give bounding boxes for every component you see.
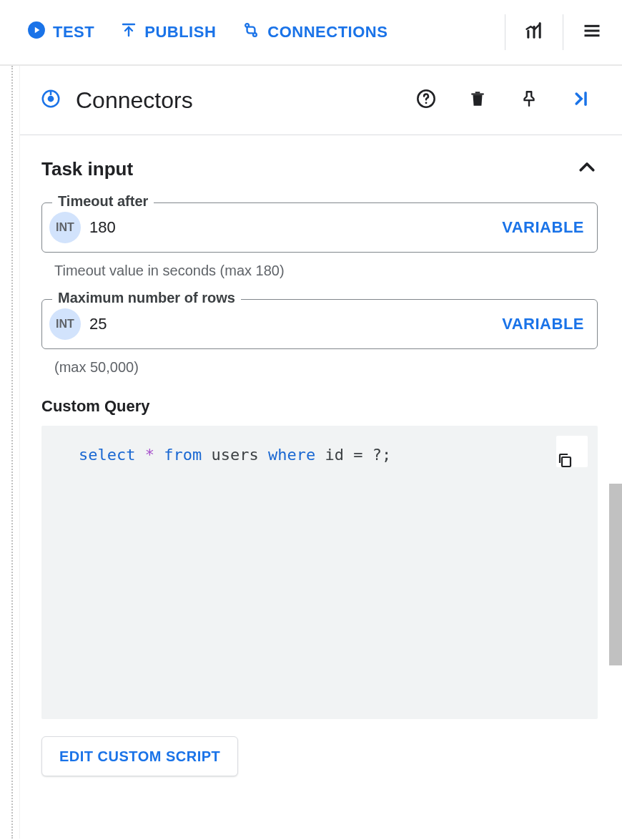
divider — [563, 14, 563, 50]
chevron-up-icon — [576, 157, 598, 181]
ident-id: id — [325, 446, 344, 464]
test-label: TEST — [53, 23, 94, 41]
side-panel: Connectors — [20, 66, 622, 839]
pin-icon — [520, 89, 538, 111]
timeout-variable-button[interactable]: VARIABLE — [502, 218, 584, 237]
maxrows-field: Maximum number of rows INT VARIABLE — [41, 299, 598, 349]
connections-button[interactable]: CONNECTIONS — [229, 14, 400, 51]
divider — [505, 14, 505, 50]
int-chip: INT — [49, 308, 81, 340]
maxrows-label: Maximum number of rows — [52, 290, 241, 306]
menu-icon — [582, 21, 602, 44]
kw-select: select — [79, 446, 135, 464]
scrollbar-thumb[interactable] — [609, 484, 622, 665]
panel-header: Connectors — [20, 66, 622, 135]
connections-icon — [242, 21, 260, 44]
op-semi: ; — [382, 446, 391, 464]
menu-button[interactable] — [576, 16, 608, 48]
upload-icon — [120, 21, 137, 43]
timeout-label: Timeout after — [52, 193, 154, 210]
test-button[interactable]: TEST — [14, 14, 107, 51]
section-title: Task input — [41, 158, 133, 180]
pin-button[interactable] — [513, 84, 545, 116]
maxrows-variable-button[interactable]: VARIABLE — [502, 315, 584, 333]
help-button[interactable] — [410, 84, 442, 116]
analytics-button[interactable] — [518, 16, 550, 48]
copy-button[interactable] — [556, 436, 588, 467]
svg-rect-8 — [585, 25, 600, 27]
svg-rect-9 — [585, 29, 600, 31]
op-star: * — [145, 446, 154, 464]
maxrows-helper: (max 50,000) — [54, 359, 598, 376]
trash-icon — [468, 89, 487, 111]
delete-button[interactable] — [462, 84, 493, 116]
bar-chart-icon — [524, 21, 544, 44]
custom-query-code: select * from users where id = ?; — [41, 426, 598, 719]
publish-label: PUBLISH — [144, 23, 216, 41]
kw-from: from — [164, 446, 202, 464]
maxrows-input[interactable] — [88, 314, 502, 334]
publish-button[interactable]: PUBLISH — [107, 14, 229, 50]
collapse-button[interactable] — [565, 84, 596, 116]
panel-body: Task input Timeout after INT VARIABLE Ti… — [20, 135, 622, 839]
op-eq: = — [353, 446, 362, 464]
play-circle-icon — [27, 21, 46, 44]
int-chip: INT — [49, 212, 81, 243]
svg-rect-10 — [585, 34, 600, 36]
page-title: Connectors — [76, 87, 396, 114]
chevron-right-bar-icon — [571, 89, 591, 112]
timeout-helper: Timeout value in seconds (max 180) — [54, 263, 598, 279]
edit-custom-script-button[interactable]: EDIT CUSTOM SCRIPT — [41, 736, 238, 776]
op-q: ? — [372, 446, 382, 464]
kw-where: where — [268, 446, 315, 464]
svg-rect-18 — [562, 457, 571, 467]
connector-icon — [40, 88, 61, 112]
timeout-field: Timeout after INT VARIABLE — [41, 202, 598, 253]
help-icon — [416, 89, 436, 112]
custom-query-label: Custom Query — [41, 397, 598, 416]
svg-point-15 — [425, 102, 428, 104]
canvas-rail — [0, 66, 20, 839]
svg-point-12 — [48, 96, 54, 102]
timeout-input[interactable] — [88, 218, 502, 238]
top-toolbar: TEST PUBLISH CONNECTIONS — [0, 0, 622, 66]
ident-users: users — [211, 446, 258, 464]
task-input-section-header[interactable]: Task input — [41, 157, 598, 181]
connections-label: CONNECTIONS — [267, 23, 387, 41]
copy-icon — [556, 404, 588, 499]
